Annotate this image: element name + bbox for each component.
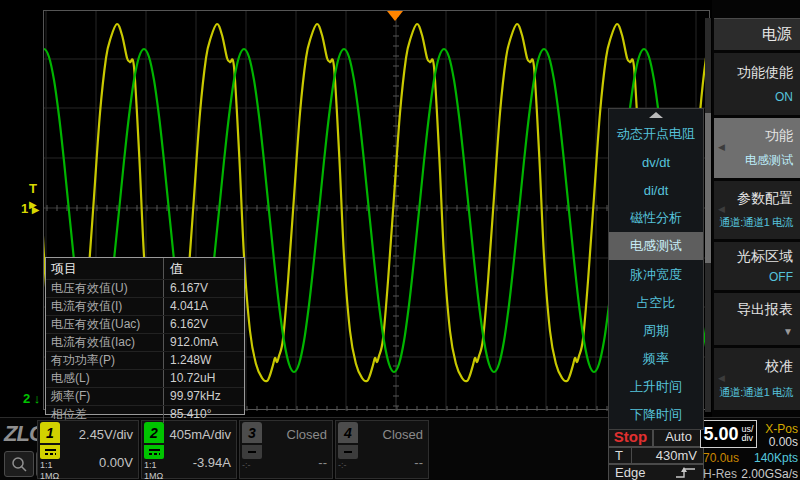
measurement-value: 912.0mA bbox=[164, 334, 244, 351]
sidebar-item-parameter-config[interactable]: ◀ 参数配置 通道:通道1 电流 bbox=[714, 181, 800, 239]
measurement-panel[interactable]: 项目 值 电压有效值(U)6.167V 电流有效值(I)4.041A 电压有效值… bbox=[45, 257, 245, 415]
sidebar-item-function[interactable]: ◀ 功能 电感测试 bbox=[714, 118, 800, 178]
channel4-probe: -:- bbox=[338, 461, 359, 470]
trigger-mode-label: Auto bbox=[665, 429, 692, 444]
measurement-value: 6.162V bbox=[164, 316, 244, 333]
channel2-scale: 405mA/div bbox=[170, 427, 231, 442]
hres-label: H-Res bbox=[703, 467, 737, 480]
collapse-arrow-icon: ◀ bbox=[718, 142, 725, 152]
sidebar-item-value: ON bbox=[775, 90, 793, 104]
menu-item-didt[interactable]: di/dt bbox=[609, 176, 703, 204]
measurement-value: 85.410° bbox=[164, 406, 244, 423]
channel1-block[interactable]: 1 1:1 1MΩ 2.45V/div 0.00V bbox=[37, 420, 139, 479]
measurement-value: 10.72uH bbox=[164, 370, 244, 387]
measurement-header: 项目 值 bbox=[46, 258, 244, 279]
channel2-offset: -3.94A bbox=[193, 455, 231, 470]
menu-item-dynamic-on-resistance[interactable]: 动态开点电阻 bbox=[609, 120, 703, 148]
oscilloscope-screen: T ▶ 1 ▶ 2 ↓ 项目 值 电压有效值(U)6.167V 电流有效值(I)… bbox=[0, 0, 800, 480]
menu-item-rise-time[interactable]: 上升时间 bbox=[609, 373, 703, 401]
channel2-block[interactable]: 2 1:1 1MΩ 405mA/div -3.94A bbox=[141, 420, 237, 479]
trigger-position-marker[interactable] bbox=[387, 11, 403, 21]
menu-scrollbar-thumb[interactable] bbox=[705, 113, 711, 263]
channel4-scale: Closed bbox=[383, 427, 423, 442]
collapse-arrow-icon: ◀ bbox=[718, 373, 725, 383]
channel1-values: 2.45V/div 0.00V bbox=[62, 421, 133, 478]
capture-window: 70.0us bbox=[703, 451, 739, 465]
dropdown-scroll-up[interactable] bbox=[609, 109, 703, 120]
menu-item-magnetic-analysis[interactable]: 磁性分析 bbox=[609, 204, 703, 232]
touch-gesture-button[interactable] bbox=[4, 451, 34, 477]
function-dropdown-menu: 动态开点电阻 dv/dt di/dt 磁性分析 电感测试 脉冲宽度 占空比 周期… bbox=[608, 108, 704, 430]
timebase-unit: us/div bbox=[742, 425, 754, 443]
measurement-row: 电压有效值(U)6.167V bbox=[46, 279, 244, 297]
ch2-ground-label: 2 bbox=[23, 391, 30, 406]
measurement-value: 4.041A bbox=[164, 298, 244, 315]
channel3-block[interactable]: 3 -:- Closed -- bbox=[239, 420, 333, 479]
measurement-label: 有功功率(P) bbox=[46, 352, 164, 369]
channel1-coupling-icon bbox=[40, 445, 60, 459]
trigger-level-readout[interactable]: T 430mV bbox=[608, 447, 704, 464]
channel4-badge: 4 -:- bbox=[338, 422, 359, 470]
channel2-badge: 2 1:1 1MΩ bbox=[144, 422, 165, 480]
channel1-badge: 1 1:1 1MΩ bbox=[40, 422, 61, 480]
sidebar-item-label: 校准 bbox=[765, 358, 793, 376]
measurement-value: 99.97kHz bbox=[164, 388, 244, 405]
channel2-impedance: 1MΩ bbox=[144, 472, 165, 480]
sidebar-item-label: 功能使能 bbox=[737, 64, 793, 82]
sidebar-item-calibration[interactable]: ◀ 校准 通道:通道1 电流 bbox=[714, 348, 800, 410]
trigger-source-label: T bbox=[615, 448, 632, 463]
channel3-coupling-icon bbox=[242, 445, 262, 459]
measurement-row: 频率(F)99.97kHz bbox=[46, 387, 244, 405]
channel1-impedance: 1MΩ bbox=[40, 472, 61, 480]
menu-item-inductance-test[interactable]: 电感测试 bbox=[609, 232, 703, 260]
measurement-value: 6.167V bbox=[164, 280, 244, 297]
channel3-scale: Closed bbox=[287, 427, 327, 442]
menu-item-frequency[interactable]: 频率 bbox=[609, 345, 703, 373]
sidebar-item-label: 功能 bbox=[765, 127, 793, 145]
menu-item-dvdt[interactable]: dv/dt bbox=[609, 148, 703, 176]
acquisition-status-label: Stop bbox=[614, 428, 647, 445]
sidebar-menu: 电源 功能使能 ON ◀ 功能 电感测试 ◀ 参数配置 通道:通道1 电流 光标… bbox=[712, 0, 800, 417]
sidebar-item-label: 参数配置 bbox=[737, 190, 793, 208]
channel2-values: 405mA/div -3.94A bbox=[166, 421, 231, 478]
menu-item-pulse-width[interactable]: 脉冲宽度 bbox=[609, 260, 703, 288]
channel3-values: Closed -- bbox=[264, 421, 327, 478]
measurement-label: 相位差 bbox=[46, 406, 164, 423]
channel1-offset: 0.00V bbox=[99, 455, 133, 470]
measurement-label: 电压有效值(Uac) bbox=[46, 316, 164, 333]
measurement-label: 电感(L) bbox=[46, 370, 164, 387]
trigger-level-label: T bbox=[29, 181, 37, 196]
measurement-label: 电流有效值(Iac) bbox=[46, 334, 164, 351]
menu-scrollbar[interactable] bbox=[705, 18, 711, 412]
channel1-number: 1 bbox=[40, 422, 60, 443]
record-length: 140Kpts bbox=[740, 451, 798, 465]
sidebar-item-value: 电感测试 bbox=[745, 152, 793, 169]
ch1-ground-arrow-icon: ▶ bbox=[32, 204, 40, 215]
sidebar-item-function-enable[interactable]: 功能使能 ON bbox=[714, 53, 800, 115]
xpos-value: 0.00s bbox=[760, 435, 798, 449]
measurement-label: 电压有效值(U) bbox=[46, 280, 164, 297]
channel4-coupling-icon bbox=[338, 445, 358, 459]
collapse-arrow-icon: ◀ bbox=[718, 204, 725, 214]
sidebar-item-value: OFF bbox=[769, 270, 793, 284]
measurement-row: 电感(L)10.72uH bbox=[46, 369, 244, 387]
ch1-ground-marker[interactable]: 1 ▶ bbox=[21, 201, 40, 216]
measurement-row: 电压有效值(Uac)6.162V bbox=[46, 315, 244, 333]
trigger-type-button[interactable]: Edge bbox=[608, 464, 704, 480]
menu-item-period[interactable]: 周期 bbox=[609, 317, 703, 345]
measurement-label: 电流有效值(I) bbox=[46, 298, 164, 315]
channel4-block[interactable]: 4 -:- Closed -- bbox=[335, 420, 429, 479]
sample-rate: 2.00GSa/s bbox=[736, 467, 798, 480]
sidebar-item-cursor-area[interactable]: 光标区域 OFF bbox=[714, 242, 800, 290]
timebase-box[interactable]: 5.00 us/div bbox=[700, 420, 757, 448]
menu-item-fall-time[interactable]: 下降时间 bbox=[609, 401, 703, 429]
measurement-row: 相位差85.410° bbox=[46, 405, 244, 423]
channel2-number: 2 bbox=[144, 422, 164, 443]
sidebar-item-export-report[interactable]: 导出报表 ▼ bbox=[714, 293, 800, 345]
measurement-row: 电流有效值(Iac)912.0mA bbox=[46, 333, 244, 351]
channel4-values: Closed -- bbox=[360, 421, 423, 478]
ch2-ground-marker[interactable]: 2 ↓ bbox=[23, 391, 40, 406]
channel3-badge: 3 -:- bbox=[242, 422, 263, 470]
menu-item-duty-cycle[interactable]: 占空比 bbox=[609, 289, 703, 317]
ch1-ground-label: 1 bbox=[21, 201, 28, 216]
